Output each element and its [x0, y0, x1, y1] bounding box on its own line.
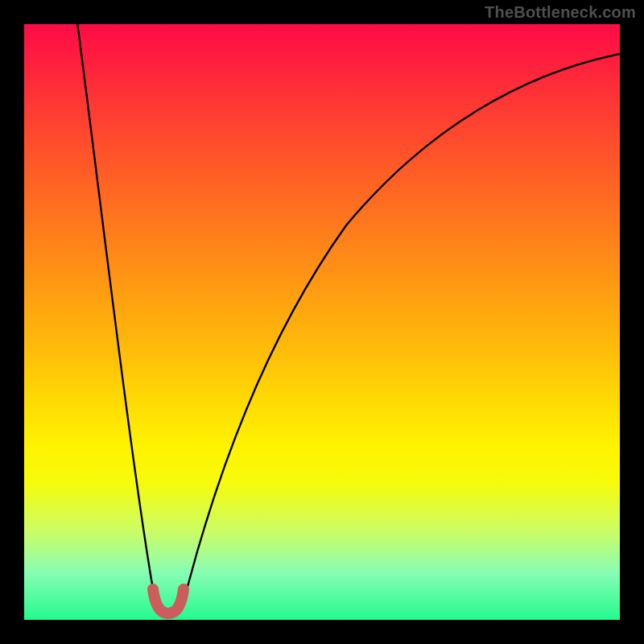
chart-svg: [24, 24, 620, 620]
chart-plot-area: [24, 24, 620, 620]
well-highlight: [153, 589, 184, 613]
bottleneck-curve: [76, 24, 620, 616]
watermark-text: TheBottleneck.com: [485, 3, 636, 22]
chart-frame: TheBottleneck.com: [0, 0, 644, 644]
